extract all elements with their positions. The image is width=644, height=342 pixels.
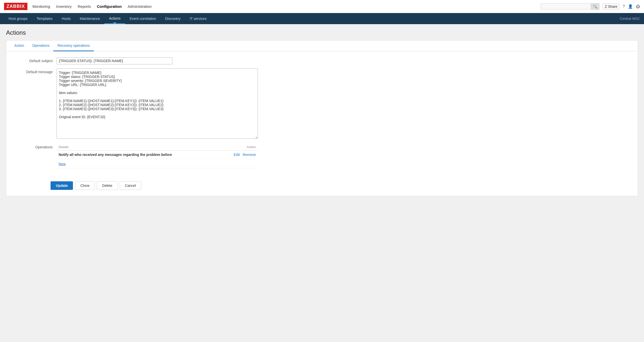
help-button[interactable]: ? (623, 4, 625, 9)
new-link[interactable]: New (59, 162, 66, 166)
remove-link[interactable]: Remove (243, 153, 256, 157)
operation-details-text: Notify all who received any messages reg… (59, 153, 172, 157)
col-action-header: Action (221, 144, 258, 151)
logo[interactable]: ZABBIX (4, 3, 27, 10)
operations-table-wrap: Details Action Notify all who received a… (57, 144, 628, 168)
subnav-maintenance[interactable]: Maintenance (75, 13, 104, 24)
cancel-button[interactable]: Cancel (120, 181, 141, 190)
nav-configuration[interactable]: Configuration (97, 4, 122, 9)
default-message-row: Default message Trigger: {TRIGGER.NAME} … (16, 68, 628, 140)
default-subject-input[interactable] (57, 57, 172, 64)
subnav-event-correlation[interactable]: Event correlation (125, 13, 160, 24)
sub-nav: Host groups Templates Hosts Maintenance … (0, 13, 644, 24)
subnav-right-label: Central NOC (620, 17, 640, 21)
default-subject-input-wrap (57, 57, 628, 64)
default-message-textarea[interactable]: Trigger: {TRIGGER.NAME} Trigger status: … (57, 68, 258, 139)
subnav-templates[interactable]: Templates (32, 13, 57, 24)
top-nav-links: Monitoring Inventory Reports Configurati… (32, 4, 541, 9)
operations-label: Operations (16, 144, 57, 149)
search-wrap: 🔍 (541, 3, 599, 10)
operations-table-header: Details Action (57, 144, 258, 151)
nav-reports[interactable]: Reports (78, 4, 91, 9)
new-cell: New (57, 159, 258, 168)
default-message-label: Default message (16, 68, 57, 74)
share-label: Share (608, 5, 617, 9)
operation-details-cell: Notify all who received any messages reg… (57, 151, 221, 159)
update-button[interactable]: Update (51, 181, 73, 190)
default-subject-label: Default subject (16, 57, 57, 63)
share-button[interactable]: Z Share (602, 4, 620, 10)
share-icon: Z (605, 5, 607, 9)
power-button[interactable]: ⏻ (636, 4, 640, 9)
form-body: Default subject Default message Trigger:… (6, 51, 638, 179)
subnav-discovery[interactable]: Discovery (160, 13, 185, 24)
nav-administration[interactable]: Administration (128, 4, 152, 9)
search-input[interactable] (541, 3, 591, 10)
subnav-host-groups[interactable]: Host groups (4, 13, 32, 24)
form-tabs: Action Operations Recovery operations (6, 40, 638, 51)
sub-nav-links: Host groups Templates Hosts Maintenance … (4, 13, 620, 24)
form-buttons: Update Clone Delete Cancel (6, 179, 638, 196)
delete-button[interactable]: Delete (97, 181, 117, 190)
edit-link[interactable]: Edit (234, 153, 240, 157)
tab-recovery-operations[interactable]: Recovery operations (53, 40, 94, 51)
top-nav: ZABBIX Monitoring Inventory Reports Conf… (0, 0, 644, 13)
search-button[interactable]: 🔍 (591, 3, 599, 10)
top-nav-right: 🔍 Z Share ? 👤 ⏻ (541, 3, 640, 10)
user-button[interactable]: 👤 (628, 4, 633, 9)
col-details-header: Details (57, 144, 221, 151)
subnav-actions[interactable]: Actions (104, 13, 125, 24)
form-card: Action Operations Recovery operations De… (6, 40, 638, 196)
nav-monitoring[interactable]: Monitoring (32, 4, 50, 9)
default-subject-row: Default subject (16, 57, 628, 64)
tab-action[interactable]: Action (10, 40, 28, 51)
nav-inventory[interactable]: Inventory (56, 4, 72, 9)
operation-action-cell: Edit Remove (221, 151, 258, 159)
operations-table: Details Action Notify all who received a… (57, 144, 258, 168)
page-content: Actions Action Operations Recovery opera… (0, 24, 644, 342)
new-row: New (57, 159, 258, 168)
table-row: Notify all who received any messages reg… (57, 151, 258, 159)
default-message-input-wrap: Trigger: {TRIGGER.NAME} Trigger status: … (57, 68, 628, 140)
operations-section: Operations Details Action Not (16, 144, 628, 168)
subnav-hosts[interactable]: Hosts (57, 13, 75, 24)
subnav-it-services[interactable]: IT services (185, 13, 211, 24)
tab-operations[interactable]: Operations (28, 40, 53, 51)
clone-button[interactable]: Clone (75, 181, 95, 190)
page-title: Actions (6, 29, 638, 36)
